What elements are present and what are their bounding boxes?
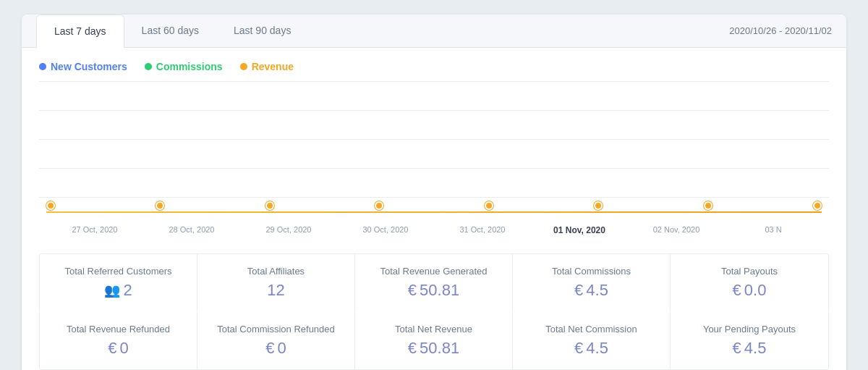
pending-payouts-prefix: €	[733, 339, 741, 358]
stat-revenue-refunded: Total Revenue Refunded €0	[40, 312, 197, 369]
tab-last-7-days[interactable]: Last 7 days	[36, 14, 124, 48]
stats-section: Total Referred Customers 👥 2 Total Affil…	[22, 239, 846, 370]
chart-grid-line-2	[39, 111, 829, 140]
stats-row-1: Total Referred Customers 👥 2 Total Affil…	[39, 253, 829, 311]
revenue-label: Revenue	[252, 61, 294, 72]
commissions-prefix: €	[574, 281, 583, 300]
chart-grid-line-4	[39, 169, 829, 198]
timeline-label-4: 30 Oct, 2020	[337, 225, 434, 235]
chart-grid	[39, 81, 829, 198]
legend-new-customers[interactable]: New Customers	[39, 61, 127, 72]
legend-revenue[interactable]: Revenue	[240, 61, 294, 72]
commissions-label: Commissions	[156, 61, 223, 72]
rev-refunded-prefix: €	[108, 339, 116, 358]
stat-value-revenue-gen: €50.81	[370, 281, 498, 300]
legend-commissions[interactable]: Commissions	[145, 61, 223, 72]
new-customers-dot	[39, 63, 46, 70]
commissions-number: 4.5	[586, 281, 608, 300]
stat-net-commission: Total Net Commission €4.5	[513, 312, 671, 369]
referred-number: 2	[123, 281, 132, 300]
com-refunded-prefix: €	[265, 339, 274, 358]
stat-value-com-refunded: €0	[212, 339, 340, 358]
stat-label-payouts: Total Payouts	[685, 266, 814, 277]
rev-refunded-number: 0	[120, 339, 129, 358]
stat-value-net-commission: €4.5	[527, 339, 655, 358]
timeline-point-3	[265, 201, 274, 210]
date-range: 2020/10/26 - 2020/11/02	[729, 15, 832, 46]
stat-total-revenue-generated: Total Revenue Generated €50.81	[355, 254, 513, 311]
timeline: 27 Oct, 2020 28 Oct, 2020 29 Oct, 2020 3…	[39, 198, 829, 239]
stat-value-payouts: €0.0	[685, 281, 814, 300]
timeline-point-6	[594, 201, 603, 210]
referred-icon: 👥	[104, 282, 120, 298]
timeline-track	[46, 205, 822, 219]
stat-label-pending-payouts: Your Pending Payouts	[685, 324, 814, 335]
tab-last-90-days[interactable]: Last 90 days	[216, 14, 308, 48]
timeline-label-7: 02 Nov, 2020	[628, 225, 725, 235]
revenue-gen-number: 50.81	[420, 281, 459, 300]
chart-area: 27 Oct, 2020 28 Oct, 2020 29 Oct, 2020 3…	[22, 81, 846, 239]
payouts-prefix: €	[733, 281, 741, 300]
net-commission-prefix: €	[574, 339, 583, 358]
stat-label-com-refunded: Total Commission Refunded	[212, 324, 340, 335]
stat-value-referred: 👥 2	[54, 281, 182, 300]
main-container: Last 7 days Last 60 days Last 90 days 20…	[22, 14, 846, 370]
stat-value-rev-refunded: €0	[54, 339, 182, 358]
tab-last-60-days[interactable]: Last 60 days	[124, 14, 216, 48]
timeline-label-2: 28 Oct, 2020	[143, 225, 240, 235]
stat-total-payouts: Total Payouts €0.0	[671, 254, 828, 311]
revenue-dot	[240, 63, 247, 70]
stat-label-revenue-gen: Total Revenue Generated	[370, 266, 498, 277]
timeline-point-5	[485, 201, 493, 210]
stat-value-net-revenue: €50.81	[370, 339, 498, 358]
timeline-points	[46, 210, 822, 214]
timeline-point-7	[704, 201, 712, 210]
net-revenue-number: 50.81	[420, 339, 459, 358]
stat-label-affiliates: Total Affiliates	[212, 266, 340, 277]
pending-payouts-number: 4.5	[744, 339, 767, 358]
net-revenue-prefix: €	[408, 339, 417, 358]
timeline-labels: 27 Oct, 2020 28 Oct, 2020 29 Oct, 2020 3…	[39, 219, 829, 235]
stat-net-revenue: Total Net Revenue €50.81	[355, 312, 513, 369]
timeline-point-4	[375, 201, 383, 210]
chart-grid-line-1	[39, 82, 829, 111]
commissions-dot	[145, 63, 152, 70]
revenue-gen-prefix: €	[408, 281, 417, 300]
stat-label-net-revenue: Total Net Revenue	[370, 324, 498, 335]
stat-value-pending-payouts: €4.5	[685, 339, 814, 358]
timeline-label-1: 27 Oct, 2020	[46, 225, 143, 235]
stat-total-referred-customers: Total Referred Customers 👥 2	[40, 254, 197, 311]
timeline-point-1	[46, 201, 55, 210]
net-commission-number: 4.5	[586, 339, 608, 358]
payouts-number: 0.0	[744, 281, 767, 300]
timeline-label-5: 31 Oct, 2020	[434, 225, 531, 235]
stat-value-commissions: €4.5	[527, 281, 655, 300]
stat-label-rev-refunded: Total Revenue Refunded	[54, 324, 182, 335]
timeline-label-6: 01 Nov, 2020	[531, 225, 628, 235]
stat-pending-payouts: Your Pending Payouts €4.5	[671, 312, 828, 369]
timeline-label-3: 29 Oct, 2020	[240, 225, 337, 235]
tabs-bar: Last 7 days Last 60 days Last 90 days 20…	[22, 14, 846, 48]
stat-total-affiliates: Total Affiliates 12	[197, 254, 355, 311]
timeline-label-8: 03 N	[725, 225, 822, 235]
stat-commission-refunded: Total Commission Refunded €0	[197, 312, 355, 369]
timeline-point-8	[813, 201, 822, 210]
chart-grid-line-3	[39, 140, 829, 169]
new-customers-label: New Customers	[51, 61, 127, 72]
stat-label-referred: Total Referred Customers	[54, 266, 182, 277]
chart-legend: New Customers Commissions Revenue	[22, 48, 846, 81]
stat-value-affiliates: 12	[212, 281, 340, 300]
com-refunded-number: 0	[278, 339, 286, 358]
timeline-point-2	[156, 201, 164, 210]
stat-label-net-commission: Total Net Commission	[527, 324, 655, 335]
stat-total-commissions: Total Commissions €4.5	[513, 254, 671, 311]
stats-row-2: Total Revenue Refunded €0 Total Commissi…	[39, 312, 829, 370]
stat-label-commissions: Total Commissions	[527, 266, 655, 277]
